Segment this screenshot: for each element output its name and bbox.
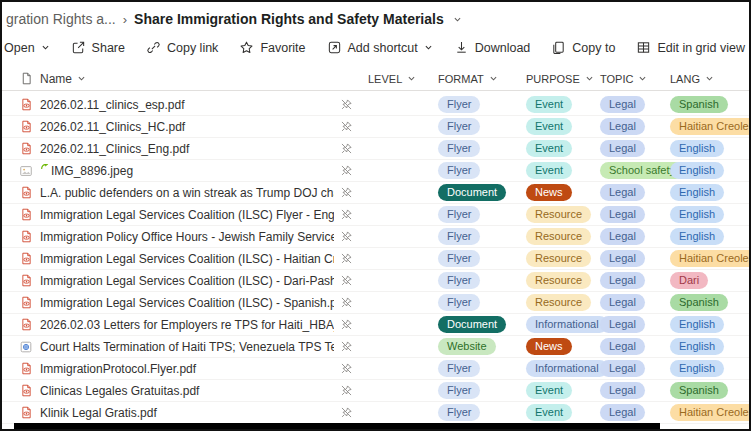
pdf-file-icon (20, 229, 33, 244)
file-name-cell[interactable]: 2026.02.11_Clinics_Eng.pdf (40, 142, 334, 156)
table-row[interactable]: Immigration Legal Services Coalition (IL… (2, 248, 749, 270)
lang-cell: Haitian Creole (670, 250, 751, 267)
column-header-name[interactable]: Name (40, 72, 334, 86)
file-name-cell[interactable]: L.A. public defenders on a win streak as… (40, 186, 334, 200)
unpin-button[interactable] (334, 120, 368, 133)
column-header-format[interactable]: FORMAT (438, 73, 526, 85)
chevron-down-icon (489, 74, 498, 83)
toolbar-add-shortcut-button[interactable]: Add shortcut (327, 40, 433, 55)
purpose-pill: Event (526, 382, 572, 399)
table-row[interactable]: Immigration Legal Services Coalition (IL… (2, 292, 749, 314)
toolbar-copy-link-button[interactable]: Copy link (146, 40, 218, 55)
file-type-cell (12, 295, 40, 310)
topic-cell: Legal (600, 228, 670, 245)
toolbar-share-button[interactable]: Share (71, 40, 125, 55)
table-row[interactable]: L.A. public defenders on a win streak as… (2, 182, 749, 204)
file-name-cell[interactable]: Klinik Legal Gratis.pdf (40, 406, 334, 420)
column-header-lang[interactable]: LANG (670, 73, 751, 85)
column-header-level[interactable]: LEVEL (368, 73, 438, 85)
table-row[interactable]: Immigration Legal Services Coalition (IL… (2, 204, 749, 226)
table-row[interactable]: Immigration Policy Office Hours - Jewish… (2, 226, 749, 248)
title-chevron-down-icon[interactable] (453, 15, 462, 24)
unpin-button[interactable] (334, 186, 368, 199)
format-pill: Flyer (438, 404, 480, 421)
file-name-cell[interactable]: Immigration Policy Office Hours - Jewish… (40, 230, 334, 244)
column-header-purpose[interactable]: PURPOSE (526, 73, 600, 85)
topic-cell: Legal (600, 316, 670, 333)
unpin-button[interactable] (334, 164, 368, 177)
unpin-button[interactable] (334, 208, 368, 221)
unpin-button[interactable] (334, 274, 368, 287)
unpin-button[interactable] (334, 98, 368, 111)
toolbar-favorite-button[interactable]: Favorite (239, 40, 305, 55)
purpose-cell: News (526, 184, 600, 201)
unpin-button[interactable] (334, 296, 368, 309)
file-name-cell[interactable]: Clinicas Legales Gratuitas.pdf (40, 384, 334, 398)
unpin-button[interactable] (334, 406, 368, 419)
table-row[interactable]: IMG_8896.jpegFlyerEventSchool safetyEngl… (2, 160, 749, 182)
table-row[interactable]: Clinicas Legales Gratuitas.pdfFlyerEvent… (2, 380, 749, 402)
topic-pill: Legal (600, 96, 645, 113)
file-name-cell[interactable]: ImmigrationProtocol.Flyer.pdf (40, 362, 334, 376)
file-name: Immigration Policy Office Hours - Jewish… (40, 230, 334, 244)
purpose-cell: Event (526, 404, 600, 421)
page-title[interactable]: Share Immigration Rights and Safety Mate… (134, 11, 444, 27)
file-type-cell (12, 229, 40, 244)
file-name-cell[interactable]: 2026.02.11_Clinics_HC.pdf (40, 120, 334, 134)
file-name-cell[interactable]: Immigration Legal Services Coalition (IL… (40, 252, 334, 266)
file-name-cell[interactable]: 2026.02.11_clinics_esp.pdf (40, 98, 334, 112)
document-outline-icon (20, 71, 33, 86)
column-header-purpose-label: PURPOSE (526, 73, 580, 85)
unpin-button[interactable] (334, 230, 368, 243)
file-name-cell[interactable]: IMG_8896.jpeg (40, 164, 334, 178)
file-name-cell[interactable]: Immigration Legal Services Coalition (IL… (40, 274, 334, 288)
column-header-name-label: Name (40, 72, 72, 86)
table-row[interactable]: 2026.02.11_Clinics_HC.pdfFlyerEventLegal… (2, 116, 749, 138)
topic-cell: Legal (600, 250, 670, 267)
table-row[interactable]: Court Halts Termination of Haiti TPS; Ve… (2, 336, 749, 358)
purpose-pill: Resource (526, 228, 591, 245)
column-header-topic[interactable]: TOPIC (600, 73, 670, 85)
unpin-button[interactable] (334, 340, 368, 353)
file-name-cell[interactable]: Court Halts Termination of Haiti TPS; Ve… (40, 340, 334, 354)
table-row[interactable]: 2026.02.11_clinics_esp.pdfFlyerEventLega… (2, 94, 749, 116)
table-row[interactable]: ImmigrationProtocol.Flyer.pdfFlyerInform… (2, 358, 749, 380)
toolbar-edit-grid-view-label: Edit in grid view (657, 41, 745, 55)
unpin-button[interactable] (334, 142, 368, 155)
chevron-down-icon (638, 74, 647, 83)
unpin-icon (340, 406, 353, 419)
table-row[interactable]: Klinik Legal Gratis.pdfFlyerEventLegalHa… (2, 402, 749, 424)
add-shortcut-icon (327, 40, 342, 55)
format-pill: Flyer (438, 96, 480, 113)
toolbar-download-button[interactable]: Download (454, 40, 531, 55)
table-row[interactable]: 2026.02.11_Clinics_Eng.pdfFlyerEventLega… (2, 138, 749, 160)
horizontal-scrollbar-thumb[interactable] (14, 423, 660, 429)
breadcrumb-parent[interactable]: gration Rights a... (6, 11, 116, 27)
topic-pill: Legal (600, 382, 645, 399)
table-row[interactable]: Immigration Legal Services Coalition (IL… (2, 270, 749, 292)
file-name-cell[interactable]: 2026.02.03 Letters for Employers re TPS … (40, 318, 334, 332)
format-cell: Flyer (438, 118, 526, 135)
pdf-file-icon (20, 119, 33, 134)
command-bar: OpenShareCopy linkFavoriteAdd shortcutDo… (4, 40, 749, 55)
toolbar-open-button[interactable]: Open (4, 41, 50, 55)
toolbar-copy-to-button[interactable]: Copy to (551, 40, 615, 55)
unpin-button[interactable] (334, 384, 368, 397)
purpose-cell: Resource (526, 272, 600, 289)
file-name-cell[interactable]: Immigration Legal Services Coalition (IL… (40, 208, 334, 222)
unpin-icon (340, 120, 353, 133)
table-row[interactable]: 2026.02.03 Letters for Employers re TPS … (2, 314, 749, 336)
toolbar-edit-grid-view-button[interactable]: Edit in grid view (636, 40, 745, 55)
format-pill: Flyer (438, 140, 480, 157)
lang-pill: Haitian Creole (670, 250, 751, 267)
unpin-button[interactable] (334, 252, 368, 265)
purpose-cell: Event (526, 118, 600, 135)
unpin-button[interactable] (334, 362, 368, 375)
file-name-cell[interactable]: Immigration Legal Services Coalition (IL… (40, 296, 334, 310)
unpin-button[interactable] (334, 318, 368, 331)
pdf-file-icon (20, 141, 33, 156)
pdf-file-icon (20, 295, 33, 310)
toolbar-share-label: Share (92, 41, 125, 55)
file-type-cell (12, 251, 40, 266)
format-cell: Website (438, 338, 526, 355)
